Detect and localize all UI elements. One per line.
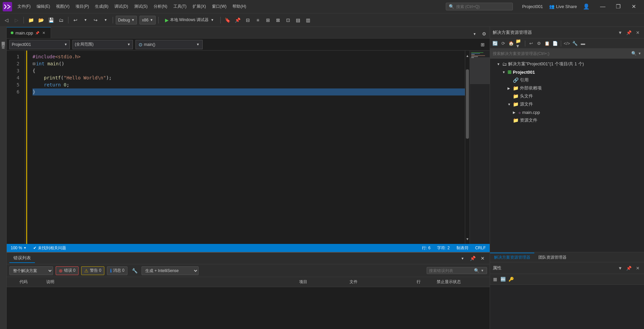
se-dropdown-btn[interactable]: ▼: [616, 29, 624, 36]
toolbar-redo-arrow[interactable]: ▼: [101, 16, 110, 24]
bottom-panel-pin-button[interactable]: 📌: [468, 254, 477, 263]
person-icon[interactable]: 👤: [583, 3, 590, 10]
close-button[interactable]: ✕: [626, 0, 641, 13]
toolbar-nav2-button[interactable]: ≡: [254, 16, 262, 24]
toolbar-nav3-button[interactable]: ⊞: [264, 16, 272, 24]
warning-count-button[interactable]: ⚠ 警告 0: [81, 266, 104, 275]
scroll-down-button[interactable]: ▼: [465, 234, 470, 244]
tree-source-files[interactable]: ▼ 📁 源文件: [490, 100, 644, 108]
se-search-dropdown[interactable]: ▼: [638, 52, 641, 55]
toolbar-nav7-button[interactable]: ▥: [304, 16, 313, 24]
platform-dropdown[interactable]: x86 ▼: [140, 16, 155, 24]
error-status[interactable]: ✔ 未找到相关问题: [32, 245, 67, 251]
prop-grid-btn[interactable]: ▦: [491, 276, 499, 283]
menu-analyze[interactable]: 分析(N): [151, 2, 170, 11]
restore-button[interactable]: ❐: [610, 0, 626, 13]
se-toolbar-home[interactable]: 🏠: [507, 40, 515, 47]
debug-config-dropdown[interactable]: Debug ▼: [116, 16, 137, 24]
col-file-header[interactable]: 文件: [350, 279, 417, 285]
menu-test[interactable]: 测试(S): [131, 2, 150, 11]
menu-build[interactable]: 生成(B): [92, 2, 111, 11]
se-tab-solution-explorer[interactable]: 解决方案资源管理器: [490, 253, 534, 262]
col-desc-header[interactable]: 说明: [46, 279, 299, 285]
se-toolbar-code[interactable]: </>: [563, 40, 571, 47]
se-toolbar-refresh[interactable]: ⟳: [499, 40, 507, 47]
menu-help[interactable]: 帮助(H): [230, 2, 249, 11]
se-toolbar-active[interactable]: ▬: [579, 40, 587, 47]
tree-main-cpp[interactable]: ▶ ⬦ main.cpp: [490, 108, 644, 116]
code-editor[interactable]: 1 2 3 4 5 6 #include<stdio.h> ⊟int main(…: [7, 51, 490, 244]
error-search-box[interactable]: 🔍 ▼: [427, 267, 487, 274]
prop-key-btn[interactable]: 🔑: [507, 276, 515, 283]
col-status[interactable]: 字符: 2: [436, 245, 451, 251]
menu-window[interactable]: 窗口(W): [209, 2, 229, 11]
minimize-button[interactable]: —: [595, 0, 610, 13]
bottom-panel-dropdown-button[interactable]: ▼: [458, 254, 467, 263]
error-search-dropdown[interactable]: ▼: [481, 269, 484, 272]
editor-scrollbar[interactable]: ▲ ▼: [465, 51, 470, 244]
menu-debug[interactable]: 调试(D): [112, 2, 131, 11]
menu-edit[interactable]: 编辑(E): [34, 2, 53, 11]
sidebar-toolbox[interactable]: 工具箱: [0, 50, 6, 53]
se-pin-btn[interactable]: 📌: [625, 29, 633, 36]
tree-solution-root[interactable]: ▼ 🗂 解决方案"Project001"(1 个项目/共 1 个): [490, 60, 644, 68]
toolbar-open-button[interactable]: 📂: [37, 16, 45, 24]
toolbar-bookmark2-button[interactable]: 📌: [233, 16, 242, 24]
toolbar-save-button[interactable]: 💾: [47, 16, 55, 24]
tab-close-button[interactable]: ✕: [41, 30, 47, 36]
file-scope-dropdown[interactable]: (全局范围) ▼: [72, 40, 133, 49]
info-count-button[interactable]: ℹ 消息 0: [107, 266, 127, 275]
zoom-status[interactable]: 100 % ▼: [9, 246, 28, 250]
error-search-input[interactable]: [429, 268, 473, 273]
tab-bar-settings-button[interactable]: ⚙: [480, 29, 488, 38]
col-project-header[interactable]: 项目: [299, 279, 350, 285]
toolbar-bookmark-button[interactable]: 🔖: [223, 16, 232, 24]
se-toolbar-copy[interactable]: 📋: [543, 40, 551, 47]
tree-header-files[interactable]: 📁 头文件: [490, 92, 644, 100]
prop-close-btn[interactable]: ✕: [634, 264, 641, 272]
se-tab-team-explorer[interactable]: 团队资源管理器: [534, 253, 571, 262]
editor-tab-main-cpp[interactable]: main.cpp 📌 ✕: [7, 27, 51, 38]
se-search-input[interactable]: [493, 51, 630, 56]
prop-pin-btn[interactable]: 📌: [625, 264, 633, 272]
se-toolbar-folder-dropdown[interactable]: 📁▼: [516, 40, 523, 47]
tree-external-deps[interactable]: ▶ 📁 外部依赖项: [490, 84, 644, 92]
sidebar-server-explorer[interactable]: 服务器资源管理器: [0, 47, 6, 50]
col-line-header[interactable]: 行: [417, 279, 437, 285]
prop-dropdown-btn[interactable]: ▼: [616, 264, 624, 272]
scope-select[interactable]: 整个解决方案: [9, 266, 53, 275]
toolbar-nav5-button[interactable]: ⊡: [284, 16, 292, 24]
tab-pin-icon[interactable]: 📌: [35, 31, 39, 35]
toolbar-nav6-button[interactable]: ▤: [294, 16, 303, 24]
run-debugger-button[interactable]: ▶ 本地 Windows 调试器 ▼: [161, 16, 218, 24]
error-filter-button[interactable]: 🔧: [130, 266, 139, 275]
se-toolbar-sync[interactable]: 🔄: [491, 40, 499, 47]
se-search-icon[interactable]: 🔍: [631, 51, 637, 56]
bottom-panel-close-button[interactable]: ✕: [478, 254, 487, 263]
scroll-track[interactable]: [465, 61, 470, 234]
toolbar-forward-button[interactable]: ▷: [12, 16, 21, 24]
tree-project-root[interactable]: ▼ ⊞ Project001: [490, 68, 644, 76]
scope-dropdown[interactable]: Project001 ▼: [9, 40, 70, 49]
se-toolbar-undo[interactable]: ↩: [527, 40, 535, 47]
global-search-input[interactable]: [456, 4, 503, 9]
se-toolbar-paste[interactable]: 📄: [551, 40, 559, 47]
toolbar-save-all-button[interactable]: 🗂: [57, 16, 65, 24]
se-toolbar-setting[interactable]: ⚙: [535, 40, 543, 47]
global-search-box[interactable]: 🔍: [446, 3, 513, 10]
error-list-tab[interactable]: 错误列表: [9, 254, 35, 263]
tab-status[interactable]: 制表符: [455, 245, 470, 251]
col-code-header[interactable]: 代码: [19, 279, 46, 285]
tab-bar-dropdown-button[interactable]: ▼: [470, 29, 479, 38]
error-count-button[interactable]: ⊗ 错误 0: [56, 266, 78, 275]
error-search-icon[interactable]: 🔍: [474, 268, 479, 273]
toolbar-redo-button[interactable]: ↪: [91, 16, 100, 24]
collapse-icon-2[interactable]: ⊟: [33, 60, 35, 67]
menu-project[interactable]: 项目(P): [73, 2, 92, 11]
code-content[interactable]: #include<stdio.h> ⊟int main() { printf("…: [27, 51, 465, 244]
se-close-btn[interactable]: ✕: [634, 29, 641, 36]
toolbar-undo-button[interactable]: ↩: [71, 16, 80, 24]
tree-resource-files[interactable]: 📁 资源文件: [490, 116, 644, 124]
menu-tools[interactable]: 工具(T): [171, 2, 189, 11]
menu-view[interactable]: 视图(V): [53, 2, 72, 11]
